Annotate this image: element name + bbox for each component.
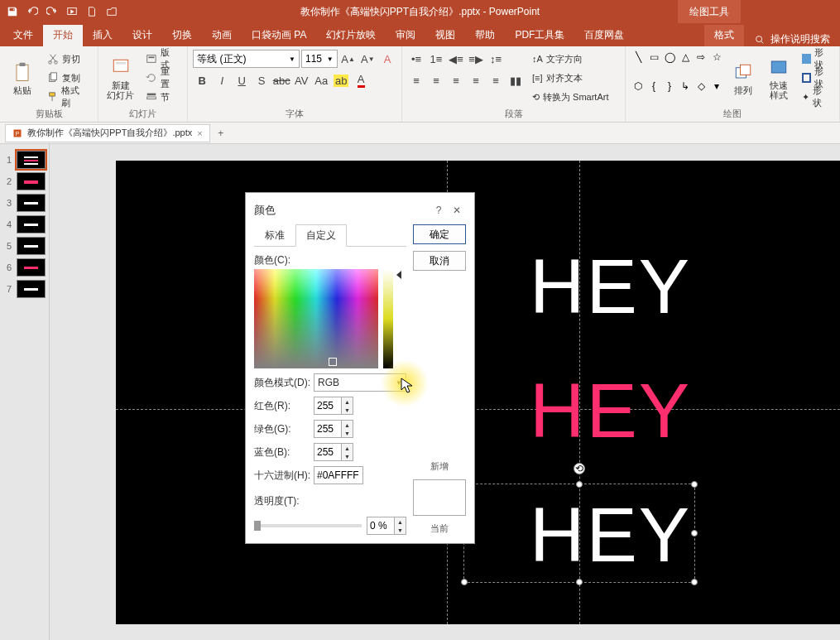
tab-design[interactable]: 设计 xyxy=(122,25,162,46)
spin-up-icon[interactable]: ▲ xyxy=(342,444,353,452)
new-file-icon[interactable] xyxy=(83,2,101,21)
tab-slideshow[interactable]: 幻灯片放映 xyxy=(316,25,386,46)
text-hey-2[interactable]: HEY xyxy=(530,368,691,455)
color-spectrum[interactable] xyxy=(254,269,378,368)
resize-handle[interactable] xyxy=(461,579,468,585)
thumbnail-7[interactable] xyxy=(17,280,46,298)
highlight-button[interactable]: ab xyxy=(332,71,350,89)
red-spinner[interactable]: ▲▼ xyxy=(314,397,353,415)
clear-format-icon[interactable]: A xyxy=(378,50,396,68)
shape-oval-icon[interactable]: ◯ xyxy=(662,50,677,65)
shape-line-icon[interactable]: ╲ xyxy=(631,50,646,65)
cut-button[interactable]: 剪切 xyxy=(43,50,93,68)
shape-rcurly-icon[interactable]: } xyxy=(662,79,677,94)
increase-font-icon[interactable]: A▲ xyxy=(339,50,358,68)
align-right-button[interactable]: ≡ xyxy=(447,71,465,89)
spin-up-icon[interactable]: ▲ xyxy=(395,517,406,526)
font-name-combo[interactable]: 等线 (正文)▼ xyxy=(193,50,300,68)
cancel-button[interactable]: 取消 xyxy=(413,251,466,271)
justify-button[interactable]: ≡ xyxy=(467,71,485,89)
quick-styles-button[interactable]: 快速样式 xyxy=(763,50,795,106)
reset-button[interactable]: 重置 xyxy=(142,69,183,87)
transparency-spinner[interactable]: ▲▼ xyxy=(367,517,406,535)
tab-baidu[interactable]: 百度网盘 xyxy=(574,25,634,46)
format-painter-button[interactable]: 格式刷 xyxy=(43,88,93,106)
tab-standard[interactable]: 标准 xyxy=(254,224,295,247)
slide-canvas[interactable]: HEY HEY HEY ⟲ xyxy=(116,161,840,624)
line-spacing-button[interactable]: ↕≡ xyxy=(487,50,505,68)
hex-input[interactable] xyxy=(314,466,363,484)
tab-help[interactable]: 帮助 xyxy=(465,25,505,46)
blue-spinner[interactable]: ▲▼ xyxy=(314,443,353,461)
tab-review[interactable]: 审阅 xyxy=(386,25,425,46)
italic-button[interactable]: I xyxy=(213,71,231,89)
shape-hex-icon[interactable]: ⬡ xyxy=(631,79,646,94)
thumbnail-3[interactable] xyxy=(17,194,46,212)
change-case-button[interactable]: Aa xyxy=(312,71,330,89)
indent-inc-button[interactable]: ≡▶ xyxy=(467,50,485,68)
align-left-button[interactable]: ≡ xyxy=(407,71,425,89)
thumbnail-6[interactable] xyxy=(17,258,46,277)
tab-animations[interactable]: 动画 xyxy=(202,25,242,46)
luminance-slider[interactable] xyxy=(383,269,393,368)
tab-islide[interactable]: 口袋动画 PA xyxy=(242,25,316,46)
align-text-button[interactable]: [≡]对齐文本 xyxy=(528,69,612,87)
font-color-button[interactable]: A xyxy=(352,71,370,89)
shape-arrow-icon[interactable]: ⇨ xyxy=(694,50,708,65)
undo-icon[interactable] xyxy=(23,2,41,21)
resize-handle[interactable] xyxy=(691,481,698,488)
close-doc-icon[interactable]: × xyxy=(197,128,202,138)
blue-input[interactable] xyxy=(314,444,341,460)
numbering-button[interactable]: 1≡ xyxy=(427,50,445,68)
open-icon[interactable] xyxy=(103,2,121,21)
strike-button[interactable]: abc xyxy=(272,71,290,89)
tab-pdf[interactable]: PDF工具集 xyxy=(505,25,574,46)
shape-connector-icon[interactable]: ↳ xyxy=(678,79,693,94)
save-icon[interactable] xyxy=(3,2,22,21)
luminance-thumb[interactable] xyxy=(396,271,401,279)
green-input[interactable] xyxy=(314,421,341,437)
spin-up-icon[interactable]: ▲ xyxy=(342,421,353,429)
text-hey-1[interactable]: HEY xyxy=(530,243,691,330)
ok-button[interactable]: 确定 xyxy=(413,224,466,244)
thumbnail-5[interactable] xyxy=(17,237,46,255)
tab-transitions[interactable]: 切换 xyxy=(162,25,202,46)
close-icon[interactable]: ✕ xyxy=(448,201,466,219)
indent-dec-button[interactable]: ◀≡ xyxy=(447,50,465,68)
text-direction-button[interactable]: ↕A文字方向 xyxy=(528,50,612,68)
shapes-gallery[interactable]: ╲ ▭ ◯ △ ⇨ ☆ ⬡ { } ↳ ◇ ▾ xyxy=(631,50,724,106)
shape-star-icon[interactable]: ☆ xyxy=(709,50,724,65)
start-from-begin-icon[interactable] xyxy=(63,2,81,21)
tab-file[interactable]: 文件 xyxy=(3,25,43,46)
red-input[interactable] xyxy=(314,397,341,414)
shape-callout-icon[interactable]: ◇ xyxy=(694,79,708,94)
arrange-button[interactable]: 排列 xyxy=(727,50,760,106)
convert-smartart-button[interactable]: ⟲转换为 SmartArt xyxy=(528,88,612,106)
tab-insert[interactable]: 插入 xyxy=(83,25,122,46)
columns-button[interactable]: ▮▮ xyxy=(506,71,525,89)
spectrum-crosshair[interactable] xyxy=(329,358,337,366)
tab-custom[interactable]: 自定义 xyxy=(295,224,347,247)
shape-rect-icon[interactable]: ▭ xyxy=(646,50,661,65)
shape-more-icon[interactable]: ▾ xyxy=(709,79,724,94)
spin-down-icon[interactable]: ▼ xyxy=(342,429,353,437)
tab-format[interactable]: 格式 xyxy=(704,25,744,46)
shape-lcurly-icon[interactable]: { xyxy=(646,79,661,94)
font-size-combo[interactable]: 115▼ xyxy=(301,50,338,68)
thumbnail-1[interactable] xyxy=(17,151,46,169)
resize-handle[interactable] xyxy=(691,530,698,537)
bullets-button[interactable]: •≡ xyxy=(407,50,425,68)
spin-down-icon[interactable]: ▼ xyxy=(395,526,406,534)
shape-triangle-icon[interactable]: △ xyxy=(678,50,693,65)
help-icon[interactable]: ? xyxy=(430,201,448,219)
tab-view[interactable]: 视图 xyxy=(425,25,465,46)
transparency-thumb[interactable] xyxy=(254,521,261,531)
spin-down-icon[interactable]: ▼ xyxy=(342,406,353,414)
new-slide-button[interactable]: 新建 幻灯片 xyxy=(103,50,138,106)
transparency-slider[interactable] xyxy=(254,524,362,527)
paste-button[interactable]: 粘贴 xyxy=(5,50,40,106)
tab-home[interactable]: 开始 xyxy=(43,25,83,46)
color-mode-dropdown[interactable]: RGB▼ xyxy=(314,373,406,392)
underline-button[interactable]: U xyxy=(233,71,251,89)
document-tab[interactable]: P 教你制作《高端快闪PPT自我介绍》.pptx × xyxy=(5,124,210,142)
